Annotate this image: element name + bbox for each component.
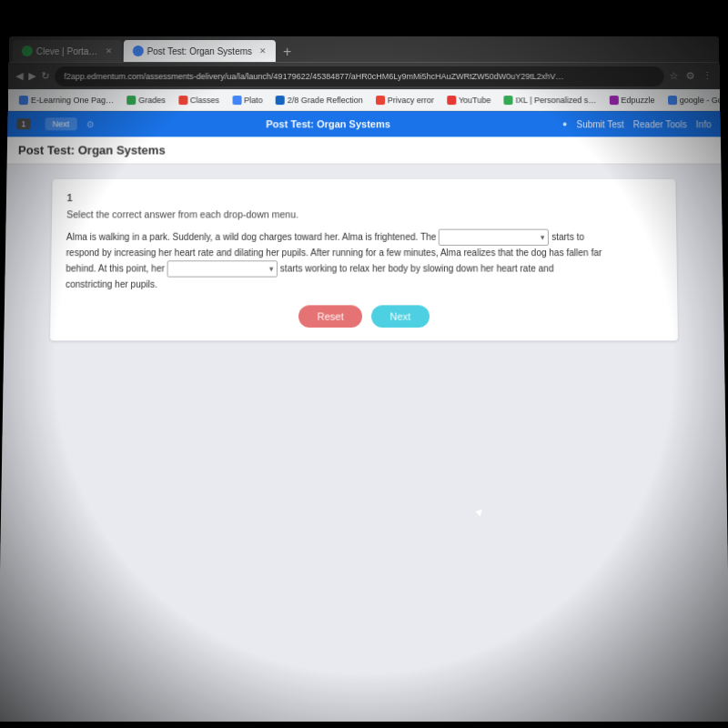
menu-icon[interactable]: ⋮	[703, 70, 713, 82]
screen: Cleve | Porta… ✕ Post Test: Organ System…	[0, 36, 728, 722]
bookmark-label-plato: Plato	[244, 96, 263, 105]
bookmark-icon-reflection	[276, 96, 285, 105]
bookmark-label-reflection: 2/8 Grade Reflection	[288, 96, 363, 105]
passage-part-1: Alma is walking in a park. Suddenly, a w…	[66, 231, 437, 241]
tab-label-cleve: Cleve | Porta…	[36, 46, 98, 56]
main-content: 1 Select the correct answer from each dr…	[0, 165, 728, 722]
passage-part-5: constricting her pupils.	[66, 279, 157, 289]
passage-text: Alma is walking in a park. Suddenly, a w…	[66, 229, 662, 292]
page-number: 1	[16, 118, 30, 129]
button-row: Reset Next	[65, 305, 662, 328]
bookmark-icon-ixl	[503, 96, 512, 105]
back-button[interactable]: ◀	[15, 70, 23, 82]
bookmark-edpuzzle[interactable]: Edpuzzle	[605, 94, 658, 106]
browser-actions: ☆ ⚙ ⋮	[670, 70, 713, 82]
info-button[interactable]: Info	[696, 119, 712, 129]
dropdown-1[interactable]	[439, 229, 549, 246]
passage-part-4: starts working to relax her body by slow…	[280, 263, 554, 273]
bookmark-reflection[interactable]: 2/8 Grade Reflection	[272, 94, 367, 106]
bookmark-label-privacy: Privacy error	[388, 96, 434, 105]
instruction-text: Select the correct answer from each drop…	[66, 208, 662, 219]
submit-test-button[interactable]: Submit Test	[576, 119, 623, 129]
bookmark-icon-elearning	[19, 96, 28, 105]
reload-button[interactable]: ↻	[41, 70, 49, 82]
bookmark-icon-google	[668, 96, 677, 105]
passage-part-2: respond by increasing her heart rate and…	[66, 248, 602, 258]
tab-favicon-cleve	[22, 46, 33, 56]
tab-bar: Cleve | Porta… ✕ Post Test: Organ System…	[9, 36, 720, 62]
page-header: Post Test: Organ Systems	[7, 136, 722, 164]
bookmark-label-classes: Classes	[190, 96, 219, 105]
bookmark-google[interactable]: google - Google Se…	[664, 94, 721, 106]
tab-cleveportal[interactable]: Cleve | Porta… ✕	[13, 40, 122, 62]
address-bar: ◀ ▶ ↻ f2app.edmentum.com/assessments-del…	[8, 62, 720, 89]
starts-to-label: starts to	[551, 231, 584, 241]
bookmark-icon-privacy	[376, 96, 385, 105]
bookmark-elearning[interactable]: E-Learning One Pag…	[15, 94, 118, 106]
tab-posttest[interactable]: Post Test: Organ Systems ✕	[123, 40, 276, 62]
bookmark-privacy[interactable]: Privacy error	[372, 94, 438, 106]
question-number: 1	[66, 192, 661, 203]
nav-next-button[interactable]: Next	[45, 117, 76, 130]
tab-close-cleve[interactable]: ✕	[105, 46, 112, 56]
reader-tools-button[interactable]: Reader Tools	[633, 119, 687, 129]
bookmark-icon-edpuzzle	[609, 96, 618, 105]
reset-button[interactable]: Reset	[298, 305, 362, 328]
bookmark-icon-plato	[232, 96, 241, 105]
bookmark-plato[interactable]: Plato	[228, 94, 267, 106]
tab-favicon-posttest	[132, 46, 143, 56]
bookmark-label-edpuzzle: Edpuzzle	[621, 96, 654, 105]
bookmark-icon-grades	[126, 96, 136, 105]
tab-close-posttest[interactable]: ✕	[259, 46, 267, 56]
bookmark-label-grades: Grades	[138, 96, 166, 105]
bookmark-label-google: google - Google Se…	[680, 96, 721, 105]
nav-settings-icon: ⚙	[86, 119, 94, 129]
bookmark-classes[interactable]: Classes	[175, 94, 223, 106]
dropdown-2[interactable]	[167, 260, 278, 277]
forward-button[interactable]: ▶	[28, 70, 35, 82]
new-tab-button[interactable]: +	[278, 44, 297, 60]
bookmark-star-icon[interactable]: ☆	[670, 70, 679, 82]
bookmark-label-youtube: YouTube	[459, 96, 491, 105]
browser-window: Cleve | Porta… ✕ Post Test: Organ System…	[0, 36, 728, 722]
app-nav: 1 Next ⚙ Post Test: Organ Systems ● Subm…	[7, 111, 721, 136]
bookmark-icon-youtube	[447, 96, 456, 105]
bookmark-icon-classes	[178, 96, 187, 105]
submit-test-icon: ●	[562, 119, 568, 128]
bookmark-label-ixl: IXL | Personalized s…	[516, 96, 597, 105]
extensions-icon[interactable]: ⚙	[686, 70, 695, 82]
bookmark-label-elearning: E-Learning One Pag…	[31, 96, 114, 105]
url-bar[interactable]: f2app.edmentum.com/assessments-delivery/…	[55, 66, 664, 86]
next-button[interactable]: Next	[371, 305, 430, 328]
passage-part-3: behind. At this point, her	[66, 263, 165, 273]
page-title-display: Post Test: Organ Systems	[18, 143, 166, 157]
bookmark-ixl[interactable]: IXL | Personalized s…	[500, 94, 600, 106]
page-title: Post Test: Organ Systems	[266, 118, 390, 129]
url-text: f2app.edmentum.com/assessments-delivery/…	[64, 72, 563, 81]
bookmark-youtube[interactable]: YouTube	[443, 94, 495, 106]
bookmark-grades[interactable]: Grades	[123, 94, 169, 106]
bookmark-bar: E-Learning One Pag… Grades Classes Plato…	[8, 89, 721, 111]
tab-label-posttest: Post Test: Organ Systems	[147, 46, 252, 56]
question-card: 1 Select the correct answer from each dr…	[50, 179, 678, 341]
